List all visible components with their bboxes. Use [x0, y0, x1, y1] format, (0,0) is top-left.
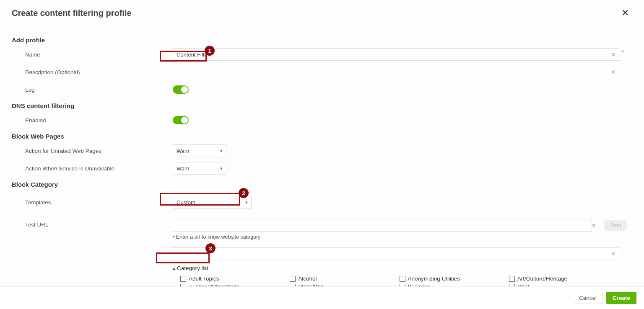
category-item[interactable]: Business	[400, 283, 502, 286]
label-log: Log	[12, 87, 173, 93]
row-templates: Templates Custom ▾	[12, 196, 632, 209]
row-categories: ✕ ▴ Category list Adult Topics Alcohol A…	[12, 247, 632, 286]
chevron-up-icon: ▴	[173, 265, 175, 271]
annotation-badge-2: 2	[239, 188, 249, 198]
chevron-down-icon: ▾	[220, 148, 223, 154]
category-label: Blogs/Wiki	[298, 283, 325, 286]
action-unrated-select[interactable]: Warn ▾	[173, 144, 226, 157]
label-templates: Templates	[12, 199, 173, 206]
category-item[interactable]: Auctions/Classifieds	[180, 283, 283, 286]
test-button[interactable]: Test	[605, 220, 627, 231]
row-log: Log	[12, 83, 632, 96]
dialog-title: Create content filtering profile	[12, 8, 132, 18]
label-action-unrated: Action for Unrated Web Pages	[12, 148, 173, 154]
dialog-body: Add profile Name ✕ * Description (Option…	[0, 26, 644, 286]
enabled-toggle[interactable]	[173, 116, 189, 124]
test-url-input[interactable]	[173, 219, 592, 232]
category-search-wrap: ✕	[173, 247, 619, 260]
checkbox-icon	[400, 284, 405, 287]
category-item[interactable]: Chat	[509, 283, 612, 286]
checkbox-icon	[180, 284, 186, 287]
name-input[interactable]	[173, 48, 619, 61]
checkbox-icon	[180, 276, 186, 282]
close-icon[interactable]: ✕	[618, 6, 632, 20]
test-url-hint: • Enter a url to know website category	[173, 234, 260, 240]
action-unrated-value: Warn	[177, 148, 190, 154]
label-action-unavailable: Action When Service is Unavailable	[12, 165, 173, 172]
category-label: Alcohol	[298, 276, 317, 282]
dialog-header: Create content filtering profile ✕	[0, 0, 644, 26]
section-block-category: Block Category	[12, 181, 632, 188]
chevron-down-icon: ▾	[220, 166, 223, 171]
category-list-toggle[interactable]: ▴ Category list	[173, 265, 619, 271]
templates-value: Custom	[177, 199, 195, 206]
description-input[interactable]	[173, 66, 619, 78]
category-label: Anonymizing Utilities	[408, 276, 460, 282]
dialog-create-content-filtering-profile: Create content filtering profile ✕ Add p…	[0, 0, 644, 309]
row-action-unrated: Action for Unrated Web Pages Warn ▾	[12, 144, 632, 157]
create-button[interactable]: Create	[606, 292, 636, 304]
annotation-badge-1: 1	[205, 46, 215, 56]
section-add-profile: Add profile	[12, 36, 632, 44]
action-unavailable-select[interactable]: Warn ▾	[173, 162, 226, 175]
category-list-label: Category list	[177, 265, 208, 271]
category-item[interactable]: Alcohol	[290, 276, 392, 282]
label-name: Name	[12, 52, 173, 58]
category-item[interactable]: Anonymizing Utilities	[400, 276, 502, 282]
section-dns-content-filtering: DNS content filtering	[12, 102, 632, 109]
checkbox-icon	[509, 276, 515, 282]
category-label: Art/Culture/Heritage	[517, 276, 567, 282]
annotation-badge-3: 3	[205, 243, 216, 253]
dialog-footer: Cancel Create	[0, 286, 644, 309]
category-item[interactable]: Blogs/Wiki	[290, 283, 392, 286]
label-description: Description (Optional)	[12, 69, 173, 75]
cancel-button[interactable]: Cancel	[573, 292, 603, 304]
category-label: Business	[408, 283, 431, 286]
chevron-down-icon: ▾	[245, 200, 248, 205]
checkbox-icon	[290, 276, 296, 282]
category-label: Adult Topics	[189, 276, 219, 282]
checkbox-icon	[290, 284, 296, 287]
label-enabled: Enabled	[12, 117, 173, 124]
section-block-web-pages: Block Web Pages	[12, 133, 632, 140]
clear-icon[interactable]: ✕	[611, 69, 616, 75]
checkbox-icon	[400, 276, 405, 282]
category-search-input[interactable]	[173, 247, 619, 260]
category-label: Chat	[517, 283, 530, 286]
row-enabled: Enabled	[12, 113, 632, 127]
required-indicator: *	[622, 49, 624, 55]
category-item[interactable]: Art/Culture/Heritage	[509, 276, 612, 282]
log-toggle[interactable]	[173, 85, 189, 94]
clear-icon[interactable]: ✕	[611, 51, 616, 58]
row-action-unavailable: Action When Service is Unavailable Warn …	[12, 162, 632, 175]
category-label: Auctions/Classifieds	[189, 283, 239, 286]
templates-select[interactable]: Custom ▾	[173, 196, 252, 209]
clear-icon[interactable]: ✕	[611, 250, 616, 257]
row-test-url: Test URL ✕ Test • Enter a url to know we…	[12, 219, 632, 240]
category-grid: Adult Topics Alcohol Anonymizing Utiliti…	[173, 276, 619, 286]
row-description: Description (Optional) ✕	[12, 65, 632, 79]
row-name: Name ✕ *	[12, 48, 632, 61]
checkbox-icon	[509, 284, 515, 287]
action-unavailable-value: Warn	[177, 165, 190, 172]
clear-icon[interactable]: ✕	[591, 222, 596, 229]
label-test-url: Test URL	[12, 219, 173, 228]
category-item[interactable]: Adult Topics	[180, 276, 283, 282]
